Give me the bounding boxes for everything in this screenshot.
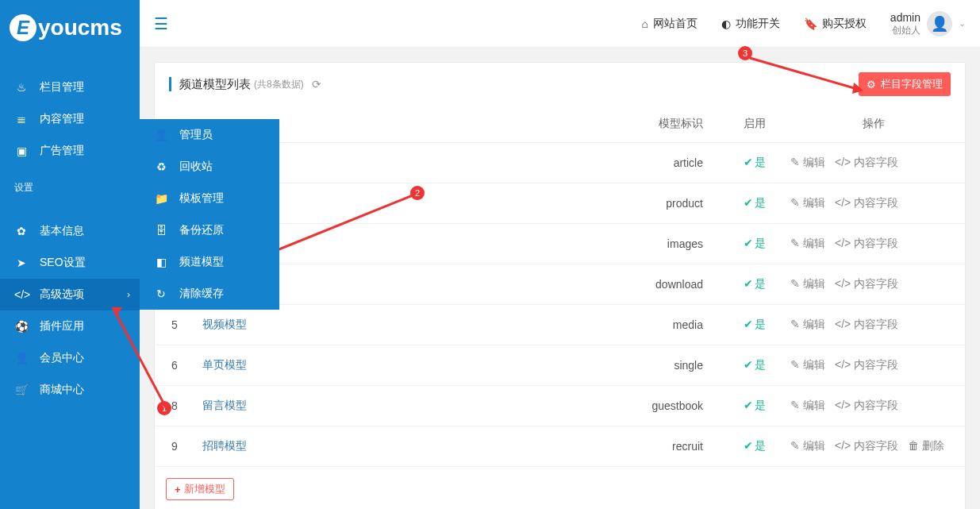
topbar-label: 购买授权 xyxy=(822,17,867,31)
cell-enable[interactable]: ✔是 xyxy=(727,426,782,467)
panel-accent-bar xyxy=(169,77,171,91)
edit-link[interactable]: ✎编辑 xyxy=(790,156,825,168)
sitemap-icon: ♨ xyxy=(14,81,29,94)
cell-enable[interactable]: ✔是 xyxy=(727,143,782,183)
sidebar-item-label: 基本信息 xyxy=(40,224,84,238)
sidebar-nav-primary: ♨栏目管理 ≣内容管理 ▣广告管理 xyxy=(0,56,140,167)
sidebar-item-label: 插件应用 xyxy=(40,319,84,334)
cell-ident: product xyxy=(418,183,727,224)
user-menu[interactable]: admin 创始人 👤 ⌄ xyxy=(890,11,966,37)
code-icon: </> xyxy=(14,288,29,301)
edit-icon: ✎ xyxy=(790,156,800,168)
cell-enable[interactable]: ✔是 xyxy=(727,264,782,305)
sidebar-item-ads[interactable]: ▣广告管理 xyxy=(0,135,140,167)
cell-enable[interactable]: ✔是 xyxy=(727,224,782,264)
ball-icon: ⚽ xyxy=(14,320,29,333)
user-icon: 👤 xyxy=(14,352,29,364)
edit-icon: ✎ xyxy=(790,399,800,411)
hamburger-icon[interactable]: ☰ xyxy=(154,14,168,33)
annotation-arrow-1 xyxy=(103,298,175,417)
svg-marker-5 xyxy=(852,83,863,94)
cell-name[interactable]: 视频模型 xyxy=(194,305,418,345)
edit-link[interactable]: ✎编辑 xyxy=(790,196,825,209)
cell-enable[interactable]: ✔是 xyxy=(727,183,782,224)
cell-ops: ✎编辑</>内容字段 xyxy=(782,143,965,183)
edit-link[interactable]: ✎编辑 xyxy=(790,277,825,290)
submenu-item-clear-cache[interactable]: ↻清除缓存 xyxy=(140,278,279,310)
sidebar-item-columns[interactable]: ♨栏目管理 xyxy=(0,71,140,103)
cell-index: 9 xyxy=(155,426,194,467)
edit-link[interactable]: ✎编辑 xyxy=(790,318,825,330)
topbar-switch[interactable]: ◐功能开关 xyxy=(721,17,780,31)
check-icon: ✔ xyxy=(744,156,753,168)
bookmark-icon: 🔖 xyxy=(804,17,817,30)
sidebar-item-basic[interactable]: ✿基本信息 xyxy=(0,215,140,247)
cell-ident: media xyxy=(418,305,727,345)
sidebar-item-seo[interactable]: ➤SEO设置 xyxy=(0,247,140,279)
submenu-item-label: 备份还原 xyxy=(179,223,224,237)
field-link[interactable]: </>内容字段 xyxy=(835,399,898,411)
cell-ident: download xyxy=(418,264,727,305)
sidebar-item-label: SEO设置 xyxy=(40,256,86,270)
cell-ident: article xyxy=(418,143,727,183)
submenu-item-template[interactable]: 📁模板管理 xyxy=(140,183,279,214)
button-label: 新增模型 xyxy=(184,482,225,496)
cell-name[interactable]: 单页模型 xyxy=(194,345,418,386)
check-icon: ✔ xyxy=(744,318,753,330)
refresh-icon[interactable]: ⟳ xyxy=(312,78,321,91)
topbar-home[interactable]: ⌂网站首页 xyxy=(641,17,697,31)
cell-enable[interactable]: ✔是 xyxy=(727,345,782,386)
cell-name[interactable]: 留言模型 xyxy=(194,386,418,426)
submenu-item-channel[interactable]: ◧频道模型 xyxy=(140,246,279,278)
sidebar-item-content[interactable]: ≣内容管理 xyxy=(0,103,140,135)
svg-line-0 xyxy=(113,307,167,409)
cell-ops: ✎编辑</>内容字段 xyxy=(782,224,965,264)
submenu-item-admin[interactable]: 👤管理员 xyxy=(140,119,279,151)
user-role: 创始人 xyxy=(890,25,920,36)
topbar: ☰ ⌂网站首页 ◐功能开关 🔖购买授权 admin 创始人 👤 ⌄ xyxy=(140,0,980,48)
toggle-icon: ◐ xyxy=(721,17,731,30)
edit-icon: ✎ xyxy=(790,439,800,452)
field-link[interactable]: </>内容字段 xyxy=(835,358,898,371)
th-enable: 启用 xyxy=(727,106,782,143)
sidebar-item-label: 栏目管理 xyxy=(40,80,84,94)
check-icon: ✔ xyxy=(744,277,753,290)
annotation-arrow-3 xyxy=(746,54,873,102)
edit-link[interactable]: ✎编辑 xyxy=(790,439,825,452)
edit-link[interactable]: ✎编辑 xyxy=(790,399,825,411)
sidebar-item-label: 高级选项 xyxy=(40,287,84,302)
add-model-button[interactable]: +新增模型 xyxy=(166,478,234,500)
cell-name[interactable]: 招聘模型 xyxy=(194,426,418,467)
delete-link[interactable]: 🗑删除 xyxy=(908,439,944,452)
cart-icon: 🛒 xyxy=(14,384,29,396)
topbar-label: 网站首页 xyxy=(653,17,698,31)
submenu-item-label: 模板管理 xyxy=(179,191,224,206)
field-link[interactable]: </>内容字段 xyxy=(835,237,898,249)
code-icon: </> xyxy=(835,358,851,371)
edit-link[interactable]: ✎编辑 xyxy=(790,358,825,371)
cell-ops: ✎编辑</>内容字段 xyxy=(782,183,965,224)
field-link[interactable]: </>内容字段 xyxy=(835,277,898,290)
submenu-item-recycle[interactable]: ♻回收站 xyxy=(140,151,279,183)
check-icon: ✔ xyxy=(744,439,753,452)
edit-icon: ✎ xyxy=(790,318,800,330)
field-link[interactable]: </>内容字段 xyxy=(835,318,898,330)
chevron-down-icon: ⌄ xyxy=(959,18,966,29)
check-icon: ✔ xyxy=(744,358,753,371)
refresh-icon: ↻ xyxy=(154,287,168,300)
field-link[interactable]: </>内容字段 xyxy=(835,439,898,452)
cell-enable[interactable]: ✔是 xyxy=(727,305,782,345)
field-link[interactable]: </>内容字段 xyxy=(835,156,898,168)
submenu-item-label: 清除缓存 xyxy=(179,287,224,301)
avatar: 👤 xyxy=(927,11,952,37)
code-icon: </> xyxy=(835,439,851,452)
submenu-item-backup[interactable]: 🗄备份还原 xyxy=(140,214,279,246)
field-link[interactable]: </>内容字段 xyxy=(835,196,898,209)
code-icon: </> xyxy=(835,277,851,290)
cell-ident: guestbook xyxy=(418,386,727,426)
cell-ops: ✎编辑</>内容字段 xyxy=(782,386,965,426)
topbar-auth[interactable]: 🔖购买授权 xyxy=(804,17,867,31)
edit-link[interactable]: ✎编辑 xyxy=(790,237,825,249)
cell-enable[interactable]: ✔是 xyxy=(727,386,782,426)
table-row: 8留言模型guestbook✔是✎编辑</>内容字段 xyxy=(155,386,965,426)
